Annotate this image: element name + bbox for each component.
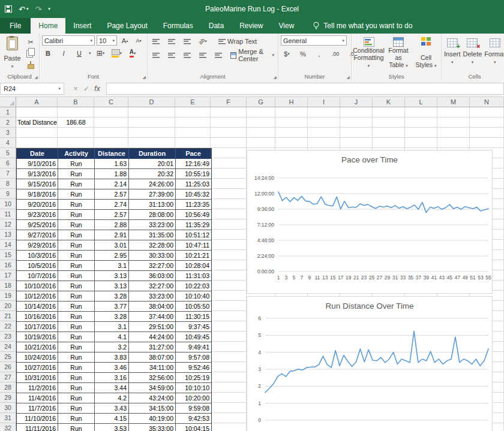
table-cell[interactable]: Run (58, 302, 95, 312)
table-cell[interactable]: 11/11/2016 (17, 424, 58, 431)
table-cell[interactable]: 9:49:41 (176, 342, 211, 352)
table-cell[interactable]: 10/10/2016 (17, 281, 58, 291)
column-header-M[interactable]: M (437, 97, 470, 107)
row-header-19[interactable]: 19 (0, 291, 16, 301)
table-cell[interactable]: 10:28:04 (176, 261, 211, 271)
table-cell[interactable]: 9:37:45 (176, 322, 211, 332)
bold-button[interactable]: B (42, 49, 54, 58)
table-cell[interactable]: 38:04:00 (129, 302, 176, 312)
table-cell[interactable]: 29:51:00 (129, 322, 176, 332)
table-cell[interactable]: Run (58, 322, 95, 332)
insert-function-button[interactable]: fx (92, 85, 103, 93)
tab-formulas[interactable]: Formulas (155, 18, 201, 34)
table-cell[interactable]: 3.01 (95, 240, 129, 251)
table-cell[interactable]: 20:01 (129, 159, 176, 169)
decrease-font-size-button[interactable]: A▾ (133, 36, 145, 46)
table-cell[interactable]: 31:35:00 (129, 230, 176, 240)
table-cell[interactable]: Run (58, 312, 95, 322)
table-cell[interactable]: 10:21:21 (176, 251, 211, 261)
table-cell[interactable]: 11:30:15 (176, 312, 211, 322)
table-cell[interactable]: 10:20:00 (176, 393, 211, 403)
orientation-button[interactable]: ab▾ (197, 37, 209, 46)
table-cell[interactable]: 24:26:00 (129, 179, 176, 189)
column-header-K[interactable]: K (373, 97, 405, 107)
distance-chart[interactable]: Run Distance Over Time 0123456 (247, 296, 493, 431)
table-cell[interactable]: Run (58, 220, 95, 230)
table-cell[interactable]: 27:39:00 (129, 189, 176, 200)
name-box[interactable]: R24 ▾ (0, 83, 64, 95)
table-header-cell[interactable]: Activity (58, 149, 95, 159)
table-cell[interactable]: 10:47:11 (176, 240, 211, 251)
table-cell[interactable]: 9:59:08 (176, 403, 211, 414)
table-cell[interactable]: 10/14/2016 (17, 302, 58, 312)
table-cell[interactable]: Run (58, 251, 95, 261)
table-cell[interactable]: 2.95 (95, 251, 129, 261)
table-cell[interactable]: 9/18/2016 (17, 189, 58, 200)
align-bottom-button[interactable] (181, 37, 193, 46)
column-header-I[interactable]: I (308, 97, 340, 107)
table-cell[interactable]: 38:07:00 (129, 352, 176, 363)
table-cell[interactable]: Run (58, 342, 95, 352)
tab-data[interactable]: Data (201, 18, 232, 34)
row-header-18[interactable]: 18 (0, 281, 16, 291)
table-cell[interactable]: Run (58, 403, 95, 414)
comma-style-button[interactable]: , (313, 49, 325, 59)
table-cell[interactable]: Run (58, 210, 95, 220)
table-cell[interactable]: Run (58, 363, 95, 373)
enter-button[interactable]: ✓ (81, 85, 92, 93)
row-header-13[interactable]: 13 (0, 230, 16, 240)
row-header-14[interactable]: 14 (0, 240, 16, 250)
italic-button[interactable]: I (58, 49, 70, 58)
table-cell[interactable]: Run (58, 281, 95, 291)
table-cell[interactable]: 32:27:00 (129, 261, 176, 271)
table-cell[interactable]: Run (58, 169, 95, 179)
font-color-button[interactable]: A▾ (127, 49, 139, 58)
alignment-dialog-launcher[interactable]: ◢ (274, 75, 277, 80)
table-cell[interactable]: 32:28:00 (129, 240, 176, 251)
table-cell[interactable]: 10:45:32 (176, 189, 211, 200)
table-cell[interactable]: 37:44:00 (129, 312, 176, 322)
insert-cells-button[interactable]: + Insert ▾ (444, 35, 461, 71)
row-header-23[interactable]: 23 (0, 331, 16, 342)
row-header-15[interactable]: 15 (0, 250, 16, 260)
table-cell[interactable]: 3.53 (95, 424, 129, 431)
table-cell[interactable]: 9/27/2016 (17, 230, 58, 240)
row-header-29[interactable]: 29 (0, 393, 16, 403)
table-cell[interactable]: 3.13 (95, 281, 129, 291)
row-header-22[interactable]: 22 (0, 321, 16, 331)
row-header-28[interactable]: 28 (0, 382, 16, 393)
table-cell[interactable]: 35:33:00 (129, 424, 176, 431)
number-dialog-launcher[interactable]: ◢ (347, 75, 350, 80)
table-cell[interactable]: 10:04:15 (176, 424, 211, 431)
table-cell[interactable]: 10/3/2016 (17, 251, 58, 261)
table-cell[interactable]: 10:10:10 (176, 383, 211, 393)
column-header-G[interactable]: G (247, 97, 275, 107)
row-header-30[interactable]: 30 (0, 403, 16, 413)
align-left-button[interactable] (150, 50, 162, 60)
cell-styles-button[interactable]: CellStyles ▾ (413, 35, 439, 71)
table-cell[interactable]: 33:23:00 (129, 220, 176, 230)
row-header-2[interactable]: 2 (0, 117, 16, 128)
table-cell[interactable]: 9:57:08 (176, 352, 211, 363)
table-cell[interactable]: 4.2 (95, 393, 129, 403)
column-header-D[interactable]: D (128, 97, 175, 107)
table-cell[interactable]: 34:15:00 (129, 403, 176, 414)
table-cell[interactable]: Run (58, 332, 95, 342)
row-header-26[interactable]: 26 (0, 362, 16, 372)
row-header-5[interactable]: 5 (0, 148, 16, 158)
line-series[interactable] (265, 331, 488, 393)
table-cell[interactable]: 10:10:40 (176, 291, 211, 302)
row-header-1[interactable]: 1 (0, 107, 16, 117)
table-cell[interactable]: 4.15 (95, 414, 129, 424)
row-header-24[interactable]: 24 (0, 342, 16, 352)
number-format-combobox[interactable]: General▾ (281, 35, 347, 46)
table-cell[interactable]: 31:13:00 (129, 200, 176, 210)
tab-review[interactable]: Review (232, 18, 271, 34)
table-cell[interactable]: Run (58, 424, 95, 431)
table-cell[interactable]: 33:23:00 (129, 291, 176, 302)
clipboard-dialog-launcher[interactable]: ◢ (35, 75, 38, 80)
table-header-cell[interactable]: Distance (95, 149, 129, 159)
row-header-20[interactable]: 20 (0, 301, 16, 311)
decrease-indent-button[interactable] (197, 50, 209, 60)
name-box-caret[interactable]: ▾ (58, 86, 61, 91)
